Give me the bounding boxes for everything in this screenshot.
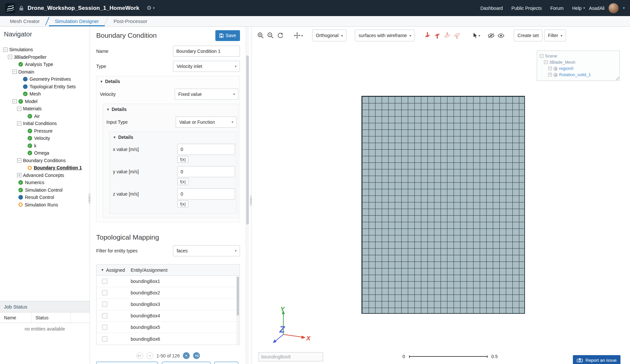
expand-expander-icon[interactable]: + [548, 73, 552, 76]
expand-expander-icon[interactable]: + [17, 173, 21, 177]
picked-entity-input[interactable] [258, 352, 323, 361]
tree-item-simulation-control[interactable]: ✓Simulation Control [0, 186, 90, 194]
tree-item-topological-entity-sets[interactable]: Topological Entity Sets [0, 83, 90, 91]
first-page-button[interactable]: ◄ [136, 352, 143, 359]
table-row[interactable]: boundingBox1 [97, 276, 240, 287]
tab-simulation-designer[interactable]: Simulation Designer [48, 16, 105, 26]
collapse-expander-icon[interactable]: − [17, 107, 21, 111]
projection-select[interactable]: Orthogonal ▾ [312, 30, 346, 41]
tree-item-result-control[interactable]: Result Control [0, 194, 90, 201]
type-select[interactable]: Velocity inlet ▼ [173, 61, 240, 72]
view-orientation-icon-4[interactable] [453, 31, 461, 40]
report-issue-button[interactable]: Report an issue [573, 355, 620, 364]
show-all-icon[interactable] [497, 31, 505, 40]
form-splitter-handle[interactable] [250, 195, 252, 206]
viewer-panel[interactable]: ▾ Orthogonal ▾ surfaces with wireframe ▾ [251, 27, 630, 364]
tree-item-advanced-concepts[interactable]: +Advanced Concepts [0, 172, 90, 179]
view-orientation-icon-2[interactable] [433, 31, 442, 40]
render-mode-select[interactable]: surfaces with wireframe ▾ [355, 30, 415, 41]
tree-item-pressure[interactable]: ✓Pressure [0, 127, 90, 135]
user-name[interactable]: AsadAli [589, 6, 604, 11]
view-orientation-icon-1[interactable] [423, 31, 432, 40]
tree-item-velocity[interactable]: ✓Velocity [0, 135, 90, 142]
add-selection-from-viewer-button[interactable]: +Add selection from viewer [96, 362, 158, 364]
details-header-1[interactable]: ▼ Details [100, 78, 238, 85]
table-scrollbar-thumb[interactable] [237, 277, 239, 315]
zoom-out-icon[interactable] [266, 31, 275, 40]
hide-selection-icon[interactable] [487, 31, 495, 40]
tree-item-air[interactable]: ✓Air [0, 113, 90, 120]
entity-column-header[interactable]: Entity/Assignment [131, 268, 167, 273]
sort-triangle-icon[interactable]: ▼ [101, 268, 104, 272]
table-row[interactable]: boundingBox5 [97, 322, 240, 333]
prev-page-button[interactable]: ◄ [146, 352, 153, 359]
next-page-button[interactable]: ► [183, 352, 190, 359]
tree-item-numerics[interactable]: ✓Numerics [0, 179, 90, 186]
details-header-3[interactable]: ▼ Details [113, 134, 235, 140]
assigned-checkbox[interactable] [102, 290, 107, 295]
assigned-checkbox[interactable] [102, 313, 107, 318]
collapse-expander-icon[interactable]: − [12, 70, 17, 74]
pan-tool-button[interactable]: ▾ [291, 31, 306, 40]
velocity-select[interactable]: Fixed value ▼ [175, 89, 238, 100]
collapse-expander-icon[interactable]: − [17, 121, 21, 126]
select-tool-button[interactable]: ▾ [469, 31, 484, 40]
refresh-view-icon[interactable] [276, 31, 285, 40]
scene-node-rotation-solid-1[interactable]: +Rotation_solid_1 [540, 72, 617, 78]
select-assignment-button[interactable]: ➤Select assignment [162, 362, 210, 364]
project-settings-button[interactable]: ⚙ ▾ [146, 5, 155, 11]
tree-item-boundary-condition-1[interactable]: Boundary Condition 1 [0, 164, 90, 172]
table-row[interactable]: boundingBox3 [97, 299, 240, 310]
x-fx-button[interactable]: f(x) [177, 156, 188, 163]
z-fx-button[interactable]: f(x) [177, 201, 188, 207]
expand-expander-icon[interactable]: + [548, 67, 552, 70]
input-type-select[interactable]: Value or Function ▼ [176, 117, 237, 128]
user-menu-chevron-icon[interactable]: ▾ [623, 6, 625, 10]
topnav-dashboard[interactable]: Dashboard [480, 6, 503, 11]
collapse-expander-icon[interactable]: − [3, 48, 8, 52]
app-logo-icon[interactable] [5, 3, 15, 13]
table-row[interactable]: boundingBox6 [97, 333, 240, 345]
topnav-help[interactable]: Help▾ [572, 6, 585, 11]
collapse-expander-icon[interactable]: − [540, 54, 543, 58]
collapse-expander-icon[interactable]: − [12, 99, 17, 103]
tree-item-model[interactable]: −✓Model [0, 98, 90, 105]
entity-filter-select[interactable]: faces ▼ [173, 245, 240, 256]
scene-node-3blade-mesh[interactable]: −3Blade_Mesh [540, 59, 617, 65]
scene-node-region0[interactable]: +region0 [540, 65, 617, 72]
table-row[interactable]: boundingBox4 [97, 310, 240, 322]
assigned-checkbox[interactable] [102, 336, 107, 342]
table-scrollbar[interactable] [236, 276, 239, 344]
details-header-2[interactable]: ▼ Details [106, 106, 237, 113]
navigator-splitter-handle[interactable] [88, 193, 91, 204]
orientation-axes[interactable]: Y X Z [270, 306, 312, 348]
assigned-checkbox[interactable] [102, 325, 107, 330]
form-scrollbar-thumb[interactable] [246, 55, 249, 225]
table-row[interactable]: boundingBox2 [97, 287, 240, 299]
assigned-checkbox[interactable] [102, 302, 107, 307]
tree-item-domain[interactable]: −Domain [0, 68, 90, 76]
tree-item-simulation-runs[interactable]: Simulation Runs [0, 201, 90, 209]
tree-item-simulations[interactable]: −Simulations [0, 46, 90, 54]
scene-tree-resize-handle[interactable] [616, 76, 619, 80]
zoom-in-icon[interactable] [256, 31, 265, 40]
tree-item-boundary-conditions[interactable]: −Boundary Conditions [0, 157, 90, 164]
save-button[interactable]: Save [215, 30, 240, 41]
last-page-button[interactable]: ► [193, 352, 200, 359]
tree-item-3bladepropeller[interactable]: −3BladePropeller [0, 54, 90, 61]
y-fx-button[interactable]: f(x) [177, 178, 188, 185]
x-value-input[interactable] [177, 144, 235, 155]
tree-item-materials[interactable]: −Materials [0, 105, 90, 113]
collapse-expander-icon[interactable]: − [17, 158, 21, 162]
form-scrollbar[interactable] [246, 27, 249, 364]
tree-item-k[interactable]: ✓k [0, 142, 90, 150]
z-value-input[interactable] [177, 188, 235, 200]
clear-button[interactable]: ⊘Clear [214, 362, 238, 364]
topnav-forum[interactable]: Forum [550, 6, 563, 11]
view-orientation-icon-3[interactable] [443, 31, 451, 40]
name-input[interactable] [173, 46, 240, 57]
mesh-surface[interactable] [361, 96, 525, 314]
scene-node-scene[interactable]: −Scene [540, 53, 617, 59]
tab-post-processor[interactable]: Post-Processor [107, 16, 154, 26]
collapse-expander-icon[interactable]: − [8, 55, 12, 59]
